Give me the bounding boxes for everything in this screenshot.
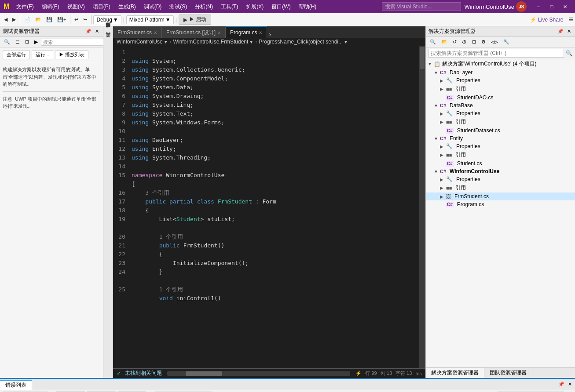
tree-arrow: ▼ xyxy=(434,169,438,174)
back-button[interactable]: ◀ xyxy=(2,15,10,24)
team-explorer-tab[interactable]: 团队资源管理器 xyxy=(484,368,532,378)
test-tool-1[interactable]: 🔍 xyxy=(2,38,12,46)
breadcrumb-dropdown-1[interactable]: WinformControlUse ▼ xyxy=(117,39,168,45)
menu-file[interactable]: 文件(F) xyxy=(13,2,37,11)
tab-frmstudent-cs[interactable]: FrmStudent.cs ✕ xyxy=(113,26,162,38)
menu-help[interactable]: 帮助(H) xyxy=(295,2,320,11)
global-search-input[interactable] xyxy=(382,2,461,11)
save-button[interactable]: 💾 xyxy=(44,15,55,24)
forward-button[interactable]: ▶ xyxy=(10,15,18,24)
solution-search-input[interactable] xyxy=(429,49,564,58)
solution-pin-button[interactable]: 📌 xyxy=(556,28,565,35)
platform-dropdown[interactable]: Mixed Platform ▼ xyxy=(126,15,174,24)
bottom-close-button[interactable]: ✕ xyxy=(567,381,573,388)
tree-dao-refs[interactable]: ▶ ■■ 引用 xyxy=(426,84,575,94)
sidebar-tab-server[interactable]: 服务器资源管理器 xyxy=(103,26,113,36)
run-all-button[interactable]: 全部运行 xyxy=(3,50,30,59)
code-line-3: using System.ComponentModel; xyxy=(132,75,228,82)
test-search-input[interactable] xyxy=(41,39,106,46)
menu-window[interactable]: 窗口(W) xyxy=(268,2,294,11)
open-file-button[interactable]: 📂 xyxy=(33,15,44,24)
refs-label2: 引用 xyxy=(455,118,466,126)
test-pin-button[interactable]: 📌 xyxy=(84,28,93,35)
breadcrumb-dropdown-2[interactable]: WinformControlUse.FrmStudent ▼ xyxy=(173,39,254,45)
tree-win-properties[interactable]: ▶ 🔧 Properties xyxy=(426,175,575,183)
undo-button[interactable]: ↩ xyxy=(72,15,81,24)
tree-ent-properties[interactable]: ▶ 🔧 Properties xyxy=(426,142,575,150)
sidebar-tab-toolbox[interactable]: 工具箱 xyxy=(103,36,113,46)
sol-tool-5[interactable]: ⊞ xyxy=(470,38,478,46)
sol-tool-8[interactable]: 🔧 xyxy=(501,38,512,46)
run-buttons: 全部运行 运行... ▶ 播放列表 xyxy=(3,50,100,59)
code-content[interactable]: using System; using System.Collections.G… xyxy=(128,46,419,368)
tree-win-prog[interactable]: C# Program.cs xyxy=(426,200,575,208)
tree-win-refs[interactable]: ▶ ■■ 引用 xyxy=(426,183,575,192)
sol-tool-4[interactable]: ⏱ xyxy=(460,38,469,46)
menu-test[interactable]: 测试(S) xyxy=(166,2,190,11)
run-selected-button[interactable]: 运行... xyxy=(32,50,53,59)
scrollbar-thumb[interactable] xyxy=(420,47,425,69)
tree-arrow: ▼ xyxy=(434,136,438,141)
sol-tool-1[interactable]: 🔍 xyxy=(428,38,438,46)
tree-db-refs[interactable]: ▶ ■■ 引用 xyxy=(426,117,575,127)
sol-tool-7[interactable]: </> xyxy=(489,38,500,46)
tab-close-1[interactable]: ✕ xyxy=(154,30,157,35)
solution-close-button[interactable]: ✕ xyxy=(566,28,572,35)
menu-view[interactable]: 视图(V) xyxy=(64,2,88,11)
tree-database[interactable]: ▼ C# DataBase xyxy=(426,102,575,109)
tree-entity[interactable]: ▼ C# Entity xyxy=(426,134,575,142)
tree-ent-file[interactable]: C# Student.cs xyxy=(426,160,575,167)
config-dropdown[interactable]: Debug ▼ xyxy=(93,15,121,24)
breadcrumb-dropdown-3[interactable]: ProgressName_Click(object sendi... ▼ xyxy=(259,39,348,45)
vertical-scrollbar[interactable] xyxy=(419,46,425,368)
tree-db-properties[interactable]: ▶ 🔧 Properties xyxy=(426,109,575,117)
playlist-button[interactable]: ▶ 播放列表 xyxy=(55,50,88,59)
menu-edit[interactable]: 编辑(E) xyxy=(38,2,63,11)
maximize-button[interactable]: □ xyxy=(545,0,558,13)
tree-dao-properties[interactable]: ▶ 🔧 Properties xyxy=(426,76,575,84)
test-tool-2[interactable]: ☰ xyxy=(13,38,22,46)
menu-project[interactable]: 项目(P) xyxy=(89,2,114,11)
tree-daolayer[interactable]: ▼ C# DaoLayer xyxy=(426,69,575,76)
menu-extensions[interactable]: 扩展(X) xyxy=(242,2,267,11)
tab-frmstudent-design[interactable]: FrmStudent.cs [设计] ✕ xyxy=(162,26,226,38)
menu-build[interactable]: 生成(B) xyxy=(115,2,139,11)
tree-db-file[interactable]: C# StudentDataset.cs xyxy=(426,127,575,134)
menu-debug[interactable]: 调试(D) xyxy=(140,2,165,11)
test-tool-3[interactable]: ⊞ xyxy=(23,38,31,46)
code-line-1: using System; xyxy=(132,58,176,64)
sol-tool-2[interactable]: 📂 xyxy=(439,38,450,46)
tab-close-2[interactable]: ✕ xyxy=(217,30,221,35)
minimize-button[interactable]: ─ xyxy=(532,0,545,13)
menu-tools[interactable]: 工具(T) xyxy=(217,2,242,11)
solution-search-icon[interactable]: 🔍 xyxy=(566,50,572,56)
sol-tool-6[interactable]: ⚙ xyxy=(479,38,488,46)
save-all-button[interactable]: 💾+ xyxy=(55,15,68,24)
tree-winform[interactable]: ▼ C# WinformControlUse xyxy=(426,167,575,175)
close-button[interactable]: ✕ xyxy=(558,0,571,13)
editor-scrollbar[interactable] xyxy=(167,371,350,376)
user-avatar[interactable]: JS xyxy=(516,1,527,12)
settings-icon[interactable]: ≡ xyxy=(568,15,573,24)
tree-solution[interactable]: ▼ 📋 解决方案'WinformControlUse' (4 个项目) xyxy=(426,59,575,69)
run-button[interactable]: ▶ ▶ 启动 xyxy=(179,15,211,25)
bottom-pin-button[interactable]: 📌 xyxy=(557,381,566,388)
tab-close-3[interactable]: ✕ xyxy=(259,30,262,35)
sol-tool-3[interactable]: ↺ xyxy=(450,38,459,46)
error-list-tab[interactable]: 错误列表 xyxy=(0,380,32,390)
test-close-button[interactable]: ✕ xyxy=(94,28,100,35)
editor-scrollbar-thumb[interactable] xyxy=(186,371,222,376)
tree-win-frm[interactable]: ▶ 🖼 FrmStudent.cs xyxy=(426,192,575,200)
menu-analyze[interactable]: 分析(N) xyxy=(191,2,216,11)
tree-ent-refs[interactable]: ▶ ■■ 引用 xyxy=(426,150,575,160)
test-panel-title: 测试资源管理器 xyxy=(3,28,40,35)
tab-program-cs[interactable]: Program.cs ✕ xyxy=(226,26,267,38)
tab-scroll-right[interactable]: › xyxy=(269,31,271,38)
solution-explorer-tab[interactable]: 解决方案资源管理器 xyxy=(426,368,484,378)
new-file-button[interactable]: 📄 xyxy=(22,15,33,24)
redo-button[interactable]: ↪ xyxy=(81,15,89,24)
live-share-button[interactable]: ⚡ Live Share xyxy=(527,16,566,24)
test-tool-4[interactable]: ▶ xyxy=(32,38,40,46)
project-label2: DataBase xyxy=(450,102,473,109)
tree-dao-file[interactable]: C# StudentDAO.cs xyxy=(426,94,575,102)
